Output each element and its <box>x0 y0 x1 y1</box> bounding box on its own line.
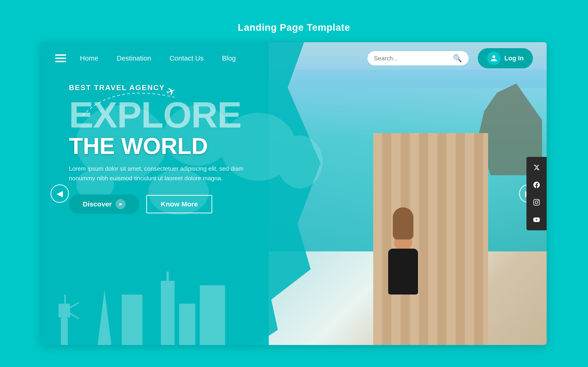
person-hair <box>393 207 414 240</box>
hamburger-menu[interactable] <box>55 54 66 62</box>
nav-links: Home Destination Contact Us Blog <box>80 54 236 62</box>
facebook-icon[interactable] <box>531 179 543 191</box>
navbar: Home Destination Contact Us Blog 🔍 Log I… <box>41 42 547 74</box>
discover-button[interactable]: Discover ➤ <box>69 194 139 214</box>
building-1 <box>122 294 142 345</box>
discover-label: Discover <box>83 200 112 208</box>
hero-subtitle: BEST TRAVEL AGENCY <box>69 83 253 92</box>
hamburger-line-2 <box>55 58 66 59</box>
building-2 <box>179 304 195 345</box>
search-icon[interactable]: 🔍 <box>453 54 462 63</box>
hero-title-small: THE WORLD <box>69 133 253 158</box>
skyscraper <box>161 281 174 345</box>
login-button[interactable]: Log In <box>478 48 533 68</box>
know-more-button[interactable]: Know More <box>146 195 212 213</box>
instagram-icon[interactable] <box>531 196 543 208</box>
hero-buttons: Discover ➤ Know More <box>69 194 253 214</box>
landing-card: Home Destination Contact Us Blog 🔍 Log I… <box>41 42 547 345</box>
nav-link-blog[interactable]: Blog <box>222 54 236 62</box>
nav-link-contact[interactable]: Contact Us <box>170 54 204 62</box>
nav-link-destination[interactable]: Destination <box>117 54 151 62</box>
hero-title-large: EXPLORE <box>69 97 253 133</box>
building-3 <box>200 285 225 345</box>
person-figure <box>380 207 426 294</box>
landmarks-silhouette <box>41 272 370 345</box>
page-title-label: Landing Page Template <box>238 22 350 33</box>
hero-description: Lorem ipsum dolor sit amet, consectetuer… <box>69 164 253 183</box>
login-label: Log In <box>504 55 524 62</box>
user-icon <box>487 51 501 65</box>
carousel-prev-button[interactable]: ◀ <box>51 184 69 203</box>
hamburger-line-3 <box>55 61 66 62</box>
windmill <box>55 299 73 345</box>
social-sidebar <box>527 157 547 230</box>
youtube-icon[interactable] <box>531 214 543 226</box>
svg-point-3 <box>277 135 323 189</box>
nav-link-home[interactable]: Home <box>80 54 98 62</box>
know-more-label: Know More <box>161 200 198 208</box>
hamburger-line-1 <box>55 54 66 56</box>
discover-arrow-icon: ➤ <box>115 199 126 209</box>
person-body <box>388 249 418 294</box>
search-bar: 🔍 <box>367 51 468 65</box>
hero-content: BEST TRAVEL AGENCY EXPLORE THE WORLD Lor… <box>69 83 253 214</box>
search-input[interactable] <box>374 55 450 62</box>
twitter-icon[interactable] <box>531 161 543 173</box>
eiffel-tower <box>96 288 112 345</box>
